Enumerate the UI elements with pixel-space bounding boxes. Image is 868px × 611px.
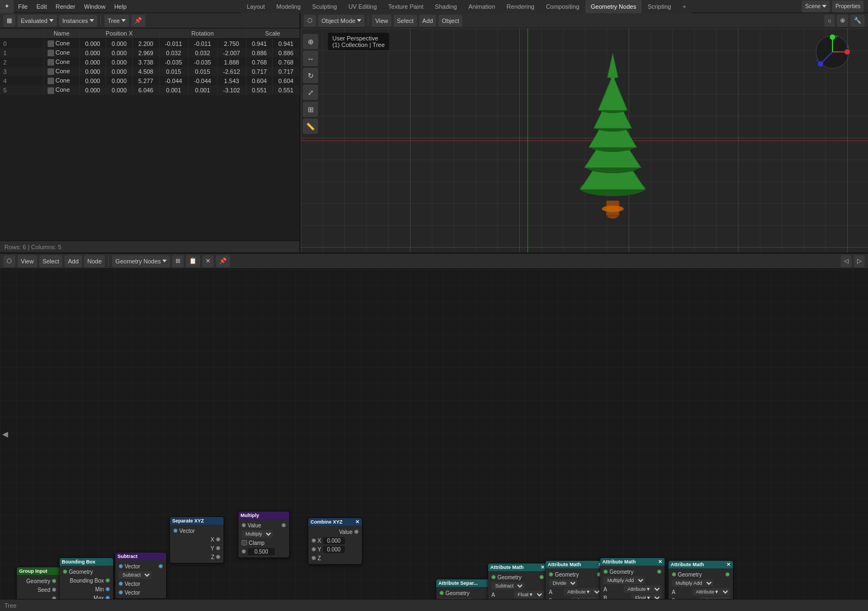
- transform-tool[interactable]: ⊞: [303, 102, 318, 117]
- node-node-menu[interactable]: Node: [84, 255, 105, 267]
- tab-add[interactable]: +: [677, 0, 691, 13]
- gizmo-btn[interactable]: ⊕: [837, 15, 848, 27]
- tab-scripting[interactable]: Scripting: [642, 0, 677, 13]
- viewport-icon[interactable]: ⬡: [304, 15, 316, 27]
- node-attribute-separate[interactable]: Attribute Separ... Geometry Subtract Typ…: [436, 579, 496, 599]
- node-group-input[interactable]: Group Input Geometry Seed: [16, 567, 60, 599]
- scale-tool[interactable]: ⤢: [303, 85, 318, 100]
- col-position[interactable]: Position X: [79, 28, 159, 39]
- panel-toggle-btn[interactable]: ▷: [854, 255, 865, 267]
- socket-vec-in[interactable]: [119, 564, 123, 568]
- cxyz2-y[interactable]: [323, 546, 345, 553]
- col-scale[interactable]: Scale: [246, 28, 299, 39]
- socket-seed-out[interactable]: [52, 588, 56, 592]
- object-menu[interactable]: Object: [438, 15, 462, 27]
- mult-value-input[interactable]: [248, 548, 275, 555]
- snap-btn[interactable]: 🔧: [851, 15, 865, 27]
- tab-rendering[interactable]: Rendering: [501, 0, 540, 13]
- add-menu[interactable]: Add: [419, 15, 437, 27]
- mode-dropdown[interactable]: Object Mode: [318, 15, 365, 27]
- socket-y-in[interactable]: [312, 547, 316, 551]
- node-close-btn[interactable]: ✕: [202, 255, 214, 267]
- snap-left-btn[interactable]: ◁: [841, 255, 852, 267]
- node-combine-xyz-2[interactable]: Combine XYZ ✕ Value X Y: [308, 518, 362, 565]
- socket-z-out[interactable]: [216, 555, 220, 559]
- node-separate-xyz-1[interactable]: Separate XYZ Vector X Y Z: [169, 516, 224, 563]
- clamp-checkbox[interactable]: [242, 540, 247, 545]
- menu-window[interactable]: Window: [80, 0, 110, 13]
- new-node-group[interactable]: ⊞: [172, 255, 184, 267]
- tab-compositing[interactable]: Compositing: [541, 0, 585, 13]
- node-editor-icon[interactable]: ⬡: [3, 255, 15, 267]
- socket-vec-in[interactable]: [173, 528, 178, 533]
- node-attribute-math-1[interactable]: Attribute Math ✕ Geometry Subtract A Flo…: [488, 563, 548, 599]
- col-name[interactable]: Name: [44, 28, 79, 39]
- socket-bb-out[interactable]: [105, 578, 110, 583]
- am3-a-select[interactable]: Attribute▼: [624, 585, 661, 593]
- socket-x-out[interactable]: [216, 537, 220, 542]
- instances-dropdown[interactable]: Instances: [59, 15, 97, 27]
- menu-edit[interactable]: Edit: [32, 0, 51, 13]
- attr-sep-select[interactable]: Subtract: [439, 598, 472, 599]
- measure-tool[interactable]: 📏: [303, 119, 318, 134]
- cursor-tool[interactable]: ⊕: [303, 34, 318, 49]
- node-view-menu[interactable]: View: [17, 255, 37, 267]
- socket-geo-out[interactable]: [725, 572, 730, 577]
- node-subtract[interactable]: Subtract Vector Subtract Vector: [115, 552, 167, 599]
- scene-dropdown[interactable]: Scene: [802, 1, 830, 13]
- socket-geo-in[interactable]: [672, 572, 676, 577]
- geometry-nodes-dropdown[interactable]: Geometry Nodes: [112, 255, 170, 267]
- tab-layout[interactable]: Layout: [241, 0, 270, 13]
- socket-y-out[interactable]: [216, 546, 220, 550]
- overlay-btn[interactable]: ○: [824, 15, 835, 27]
- socket-z-in[interactable]: [312, 556, 316, 560]
- rotate-tool[interactable]: ↻: [303, 68, 318, 83]
- viewport-canvas[interactable]: User Perspective (1) Collection | Tree ⊕…: [301, 28, 868, 252]
- socket-geo-out[interactable]: [657, 569, 661, 574]
- socket-geometry-out[interactable]: [52, 579, 56, 583]
- socket-geo-out[interactable]: [539, 575, 544, 579]
- socket-vec2-in[interactable]: [119, 581, 123, 586]
- view-menu[interactable]: View: [372, 15, 391, 27]
- node-pin-btn[interactable]: 📌: [216, 255, 230, 267]
- tab-sculpting[interactable]: Sculpting: [307, 0, 342, 13]
- socket-max-out[interactable]: [105, 596, 110, 599]
- viewport-gizmo[interactable]: X Y Z: [813, 33, 852, 71]
- am2-b-select[interactable]: Float▼: [571, 597, 601, 599]
- collapse-arrow[interactable]: ◀: [2, 430, 8, 438]
- node-multiply[interactable]: Multiply Value Multiply Clamp: [238, 511, 290, 558]
- select-menu[interactable]: Select: [394, 15, 417, 27]
- node-bounding-box[interactable]: Bounding Box Geometry Bounding Box Min: [59, 557, 114, 599]
- object-dropdown[interactable]: Tree: [104, 15, 129, 27]
- socket-val-out[interactable]: [354, 530, 359, 534]
- node-copy-btn[interactable]: 📋: [186, 255, 200, 267]
- am4-b-select[interactable]: Float▼: [700, 597, 730, 599]
- socket-min-out[interactable]: [105, 587, 110, 591]
- node-attribute-math-2[interactable]: Attribute Math ✕ Geometry Divide A Attri…: [545, 560, 605, 599]
- menu-help[interactable]: Help: [110, 0, 131, 13]
- socket-x-in[interactable]: [312, 538, 316, 543]
- evaluated-dropdown[interactable]: Evaluated: [17, 15, 57, 27]
- socket-val-out[interactable]: [281, 523, 286, 527]
- socket-val2-in[interactable]: [242, 549, 246, 554]
- spreadsheet-table-wrap[interactable]: Name Position X Rotation Scale 0 Cone 0.…: [0, 28, 300, 240]
- am4-a-select[interactable]: Attribute▼: [692, 588, 730, 596]
- move-tool[interactable]: ↔: [303, 51, 318, 66]
- socket-geo-in[interactable]: [549, 572, 553, 577]
- node-attribute-math-3[interactable]: Attribute Math ✕ Geometry Multiply Add A…: [600, 557, 665, 599]
- node-attribute-math-4[interactable]: Attribute Math ✕ Geometry Multiply Add A…: [668, 560, 734, 599]
- spreadsheet-icon[interactable]: ▦: [3, 15, 15, 27]
- node-editor-canvas[interactable]: ◀: [0, 269, 868, 599]
- pin-btn[interactable]: 📌: [131, 15, 145, 27]
- socket-empty-out[interactable]: [52, 596, 56, 599]
- cxyz2-x[interactable]: [323, 537, 345, 544]
- menu-file[interactable]: File: [14, 0, 32, 13]
- tab-animation[interactable]: Animation: [463, 0, 501, 13]
- menu-render[interactable]: Render: [51, 0, 80, 13]
- subtract-select[interactable]: Subtract: [119, 571, 151, 579]
- node-select-menu[interactable]: Select: [39, 255, 63, 267]
- socket-vec-out[interactable]: [159, 564, 163, 568]
- socket-geo-in[interactable]: [439, 591, 444, 595]
- am1-op-select[interactable]: Subtract: [491, 582, 524, 590]
- col-rotation[interactable]: Rotation: [159, 28, 246, 39]
